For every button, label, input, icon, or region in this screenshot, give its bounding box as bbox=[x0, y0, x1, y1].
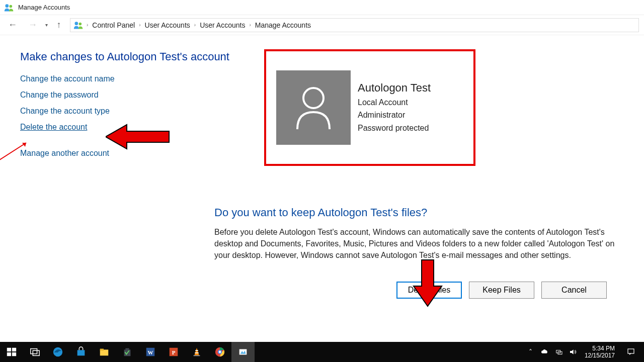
task-view-button[interactable] bbox=[23, 342, 46, 362]
system-tray: ˄ 5:34 PM 12/15/2017 bbox=[525, 342, 644, 362]
delete-files-body: Before you delete Autologon Test's accou… bbox=[214, 226, 627, 261]
svg-rect-10 bbox=[12, 348, 16, 351]
photos-icon[interactable] bbox=[231, 342, 255, 362]
back-button[interactable]: ← bbox=[5, 18, 20, 33]
svg-point-1 bbox=[10, 5, 13, 8]
link-change-password[interactable]: Change the password bbox=[20, 90, 99, 100]
chevron-right-icon[interactable]: › bbox=[138, 22, 141, 28]
svg-rect-16 bbox=[77, 350, 85, 355]
svg-marker-25 bbox=[194, 348, 199, 355]
svg-rect-26 bbox=[194, 355, 200, 356]
title-bar: Manage Accounts bbox=[0, 0, 644, 15]
word-icon[interactable]: W bbox=[139, 342, 162, 362]
link-delete-account[interactable]: Delete the account bbox=[20, 123, 87, 132]
account-role: Administrator bbox=[358, 109, 431, 121]
breadcrumb-user-accounts-2[interactable]: User Accounts bbox=[199, 21, 246, 29]
store-icon[interactable] bbox=[69, 342, 93, 362]
svg-rect-11 bbox=[7, 352, 11, 356]
account-info: Autologon Test Local Account Administrat… bbox=[358, 81, 431, 134]
avatar bbox=[276, 70, 351, 145]
svg-text:P: P bbox=[172, 349, 176, 355]
forward-button[interactable]: → bbox=[25, 18, 40, 33]
file-explorer-icon[interactable] bbox=[93, 342, 116, 362]
start-button[interactable] bbox=[0, 342, 23, 362]
chevron-right-icon[interactable]: › bbox=[248, 22, 252, 28]
svg-rect-27 bbox=[195, 350, 198, 351]
link-change-account-type[interactable]: Change the account type bbox=[20, 107, 110, 116]
account-type: Local Account bbox=[358, 97, 431, 108]
svg-rect-14 bbox=[33, 350, 39, 355]
navigation-bar: ← → ▾ ↑ › Control Panel › User Accounts … bbox=[0, 15, 644, 35]
network-icon[interactable] bbox=[553, 342, 565, 362]
address-bar[interactable]: › Control Panel › User Accounts › User A… bbox=[70, 18, 639, 32]
svg-text:W: W bbox=[148, 349, 153, 355]
chevron-right-icon[interactable]: › bbox=[193, 22, 197, 28]
svg-point-2 bbox=[75, 22, 78, 25]
user-accounts-icon bbox=[73, 20, 84, 30]
recent-locations-dropdown[interactable]: ▾ bbox=[45, 22, 48, 28]
account-card: Autologon Test Local Account Administrat… bbox=[264, 49, 475, 166]
annotation-arrow-down-icon bbox=[413, 259, 443, 307]
taskbar: W P ˄ 5:34 PM 12/15/2017 bbox=[0, 342, 644, 362]
link-manage-another-account[interactable]: Manage another account bbox=[20, 149, 109, 158]
svg-point-31 bbox=[219, 351, 221, 353]
taskbar-clock[interactable]: 5:34 PM 12/15/2017 bbox=[582, 345, 618, 359]
breadcrumb-manage-accounts[interactable]: Manage Accounts bbox=[254, 21, 312, 29]
up-button[interactable]: ↑ bbox=[53, 20, 65, 30]
chevron-right-icon[interactable]: › bbox=[86, 22, 89, 28]
tray-overflow-icon[interactable]: ˄ bbox=[525, 342, 536, 362]
annotation-arrow-left-icon bbox=[106, 124, 171, 150]
edge-icon[interactable] bbox=[46, 342, 69, 362]
svg-marker-36 bbox=[570, 349, 574, 354]
svg-point-0 bbox=[6, 4, 9, 8]
breadcrumb-user-accounts[interactable]: User Accounts bbox=[144, 21, 191, 29]
svg-rect-32 bbox=[239, 349, 247, 355]
svg-rect-20 bbox=[125, 348, 129, 350]
breadcrumb-control-panel[interactable]: Control Panel bbox=[91, 21, 136, 29]
svg-marker-8 bbox=[414, 260, 442, 306]
content-area: Make changes to Autologon Test's account… bbox=[0, 35, 644, 173]
svg-marker-4 bbox=[106, 125, 169, 149]
account-protection: Password protected bbox=[358, 122, 431, 134]
action-center-icon[interactable] bbox=[621, 342, 641, 362]
account-name: Autologon Test bbox=[358, 81, 431, 95]
clock-time: 5:34 PM bbox=[585, 345, 615, 352]
svg-rect-9 bbox=[7, 348, 11, 351]
svg-line-5 bbox=[0, 143, 26, 161]
person-icon bbox=[293, 85, 334, 130]
powerpoint-icon[interactable]: P bbox=[162, 342, 185, 362]
svg-rect-28 bbox=[195, 352, 198, 353]
chrome-icon[interactable] bbox=[208, 342, 231, 362]
cancel-button[interactable]: Cancel bbox=[541, 282, 607, 299]
onedrive-icon[interactable] bbox=[539, 342, 550, 362]
user-accounts-icon bbox=[4, 3, 14, 13]
svg-rect-12 bbox=[12, 352, 16, 356]
vlc-icon[interactable] bbox=[185, 342, 208, 362]
delete-files-heading: Do you want to keep Autologon Test's fil… bbox=[214, 206, 627, 219]
clock-date: 12/15/2017 bbox=[585, 352, 615, 359]
svg-rect-37 bbox=[628, 349, 634, 353]
link-change-account-name[interactable]: Change the account name bbox=[20, 74, 115, 83]
svg-rect-13 bbox=[31, 349, 37, 354]
annotation-arrow-diagonal-icon bbox=[0, 141, 33, 161]
volume-icon[interactable] bbox=[568, 342, 579, 362]
svg-rect-18 bbox=[100, 349, 104, 351]
recycle-bin-icon[interactable] bbox=[116, 342, 139, 362]
keep-files-button[interactable]: Keep Files bbox=[469, 282, 534, 299]
svg-point-3 bbox=[79, 22, 82, 25]
window-title: Manage Accounts bbox=[18, 4, 70, 11]
svg-point-7 bbox=[303, 88, 324, 108]
